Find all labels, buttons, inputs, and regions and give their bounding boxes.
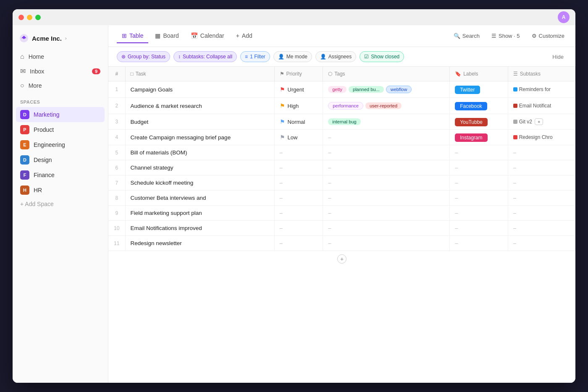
tab-calendar[interactable]: 📅 Calendar [186, 29, 229, 43]
maximize-button[interactable] [35, 15, 41, 20]
tab-board[interactable]: ▦ Board [150, 29, 184, 43]
user-avatar[interactable]: A [558, 11, 570, 23]
tab-table[interactable]: ⊞ Table [117, 29, 148, 43]
task-table: # □ Task ⚑ Priori [108, 67, 575, 251]
tag-item[interactable]: internal bug [328, 118, 361, 125]
table-row[interactable]: 11Redesign newsletter–––– [108, 236, 575, 251]
sidebar-item-home[interactable]: ⌂ Home [16, 50, 105, 64]
task-name: Customer Beta interviews and [131, 195, 206, 201]
filter-chip[interactable]: ≡ 1 Filter [240, 51, 270, 62]
sidebar-item-product[interactable]: P Product [16, 122, 105, 137]
filter-label: 1 Filter [250, 54, 265, 60]
add-row-button[interactable]: + [108, 251, 575, 267]
col-tags: ⬡ Tags [323, 67, 450, 81]
row-task[interactable]: Campaign Goals [125, 81, 274, 98]
table-row[interactable]: 10Email Notifications improved–––– [108, 221, 575, 236]
spaces-header: Spaces [13, 93, 108, 107]
tag-item[interactable]: getty [328, 86, 346, 93]
tab-add[interactable]: + Add [231, 29, 257, 43]
subtask-extra-btn[interactable]: + [535, 118, 543, 125]
sidebar-item-design[interactable]: D Design [16, 152, 105, 167]
table-row[interactable]: 6Channel strategy–––– [108, 160, 575, 175]
row-task[interactable]: Schedule kickoff meeting [125, 175, 274, 191]
row-task[interactable]: Bill of materials (BOM) [125, 145, 274, 160]
sidebar-item-finance[interactable]: F Finance [16, 167, 105, 183]
table-icon: ⊞ [122, 32, 127, 39]
priority-icon: ⚑ [280, 86, 285, 93]
label-badge[interactable]: Facebook [455, 102, 487, 110]
table-row[interactable]: 2Audience & market research⚑Highperforma… [108, 98, 575, 114]
space-label-engineering: Engineering [34, 141, 65, 148]
empty-tags: – [328, 134, 331, 141]
group-by-status-chip[interactable]: ⊛ Group by: Status [117, 51, 170, 62]
row-tags: – [323, 130, 450, 145]
empty-subtask: – [513, 149, 516, 156]
empty-priority: – [280, 210, 283, 216]
row-task[interactable]: Audience & market research [125, 98, 274, 114]
table-row[interactable]: 5Bill of materials (BOM)–––– [108, 145, 575, 160]
calendar-icon: 📅 [191, 32, 198, 39]
empty-label: – [455, 180, 458, 186]
tag-item[interactable]: performance [328, 102, 363, 110]
show-closed-chip[interactable]: ☑ Show closed [360, 51, 404, 62]
add-space-button[interactable]: + Add Space [13, 198, 108, 210]
row-task[interactable]: Redesign newsletter [125, 236, 274, 251]
table-row[interactable]: 9Field marketing support plan–––– [108, 206, 575, 221]
hide-button[interactable]: Hide [549, 52, 567, 62]
sidebar-item-marketing[interactable]: D Marketing [16, 107, 105, 122]
tag-item[interactable]: webflow [386, 86, 412, 93]
table-row[interactable]: 8Customer Beta interviews and–––– [108, 191, 575, 206]
home-icon: ⌂ [20, 53, 24, 60]
svg-point-1 [23, 37, 25, 39]
table-row[interactable]: 1Campaign Goals⚑Urgentgettyplanned bu...… [108, 81, 575, 98]
subtask-label: Redesign Chro [519, 134, 553, 140]
priority-icon: ⚑ [280, 134, 285, 141]
table-row[interactable]: 4Create Campaign messaging brief page⚑Lo… [108, 130, 575, 145]
row-task[interactable]: Field marketing support plan [125, 206, 274, 221]
subtask-item: Reminders for [513, 86, 551, 92]
row-task[interactable]: Create Campaign messaging brief page [125, 130, 274, 145]
sidebar-item-more[interactable]: ○ More [16, 78, 105, 93]
row-subtasks: Redesign Chro [508, 130, 575, 145]
sidebar-item-engineering[interactable]: E Engineering [16, 137, 105, 152]
search-button[interactable]: 🔍 Search [451, 31, 482, 41]
sidebar-item-inbox[interactable]: ✉ Inbox 9 [16, 64, 105, 78]
label-badge[interactable]: Instagram [455, 133, 487, 142]
traffic-lights [18, 15, 41, 20]
row-tags: internal bug [323, 114, 450, 130]
show-button[interactable]: ☰ Show · 5 [489, 31, 522, 41]
row-task[interactable]: Customer Beta interviews and [125, 191, 274, 206]
sidebar-item-hr[interactable]: H HR [16, 183, 105, 198]
assignees-chip[interactable]: 👤 Assignees [315, 51, 356, 62]
customize-button[interactable]: ⚙ Customize [529, 31, 567, 41]
me-mode-chip[interactable]: 👤 Me mode [273, 51, 312, 62]
row-task[interactable]: Channel strategy [125, 160, 274, 175]
close-button[interactable] [18, 15, 24, 20]
empty-subtask: – [513, 180, 516, 186]
tag-item[interactable]: planned bu... [349, 86, 384, 93]
subtask-color [513, 87, 517, 91]
subtask-label: Email Notificat [519, 103, 551, 109]
subtasks-collapse-chip[interactable]: ↕ Subtasks: Collapse all [173, 51, 237, 62]
minimize-button[interactable] [27, 15, 32, 20]
space-label-hr: HR [34, 187, 42, 193]
row-label: Facebook [450, 98, 508, 114]
row-label: – [450, 160, 508, 175]
brand-button[interactable]: Acme Inc. › [13, 30, 108, 50]
label-badge[interactable]: Twitter [455, 86, 480, 94]
priority-col-icon: ⚑ [280, 71, 284, 77]
main-content: ⊞ Table ▦ Board 📅 Calendar + Add [108, 25, 575, 383]
table-row[interactable]: 3Budget⚑Normalinternal bugYouTubbeGit v2… [108, 114, 575, 130]
col-subtasks: ☰ Subtasks [508, 67, 575, 81]
row-task[interactable]: Email Notifications improved [125, 221, 274, 236]
tag-item[interactable]: user-reported [365, 102, 402, 109]
table-row[interactable]: 7Schedule kickoff meeting–––– [108, 175, 575, 191]
row-task[interactable]: Budget [125, 114, 274, 130]
task-name: Email Notifications improved [131, 225, 202, 231]
row-priority: – [274, 236, 323, 251]
label-badge[interactable]: YouTubbe [455, 118, 488, 126]
row-label: – [450, 191, 508, 206]
show-icon: ☰ [491, 33, 496, 39]
row-subtasks: Git v2+ [508, 114, 575, 130]
row-priority: ⚑Urgent [274, 81, 323, 98]
